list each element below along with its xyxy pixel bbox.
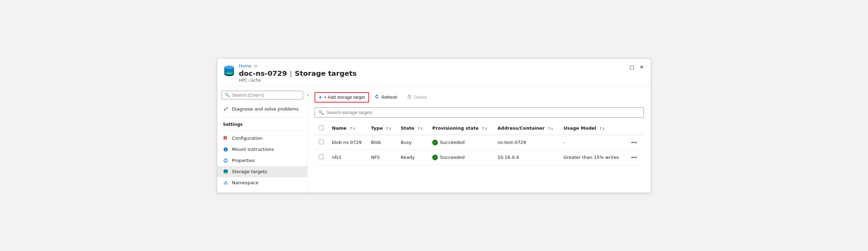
row1-name[interactable]: blob-ns-0729 <box>328 135 367 150</box>
col-provisioning-state[interactable]: Provisioning state ↑↓ <box>428 122 493 135</box>
svg-point-7 <box>225 69 233 72</box>
row1-more-button[interactable]: ••• <box>629 139 639 146</box>
row1-provisioning: Succeeded <box>428 135 493 150</box>
type-sort-icon[interactable]: ↑↓ <box>386 127 392 130</box>
sidebar-item-diagnose-label: Diagnose and solve problems <box>232 106 299 112</box>
sidebar-item-storage-targets[interactable]: Storage targets <box>217 166 307 177</box>
svg-point-16 <box>225 159 226 160</box>
add-storage-target-label: + Add storage target <box>324 95 365 100</box>
window-title: doc-ns-0729 | Storage targets <box>239 69 645 78</box>
delete-label: Delete <box>414 95 427 100</box>
col-actions <box>625 122 644 135</box>
row1-address: ns-test-0729 <box>493 135 559 150</box>
col-name[interactable]: Name ↑↓ <box>328 122 367 135</box>
svg-rect-11 <box>225 136 227 138</box>
row2-more-cell: ••• <box>625 150 644 165</box>
storage-targets-table: Name ↑↓ Type ↑↓ State ↑↓ Provisioning <box>315 122 644 165</box>
breadcrumb-home[interactable]: Home <box>239 64 251 68</box>
body: 🔍 « Diagnose and solve problems Settings <box>217 87 651 193</box>
sidebar-collapse-button[interactable]: « <box>304 91 311 98</box>
col-usage-label: Usage Model <box>564 126 596 131</box>
namespace-icon <box>223 180 228 186</box>
delete-icon <box>407 94 412 100</box>
delete-button[interactable]: Delete <box>403 92 431 102</box>
sidebar-item-configuration-label: Configuration <box>232 136 262 141</box>
row1-checkbox-cell[interactable] <box>315 135 328 150</box>
storage-search-bar[interactable]: 🔍 <box>315 107 644 118</box>
col-usage-model[interactable]: Usage Model ↑↓ <box>559 122 625 135</box>
sidebar-search-input[interactable] <box>232 92 300 98</box>
plus-icon: + <box>319 94 322 100</box>
select-all-header[interactable] <box>315 122 328 135</box>
svg-point-6 <box>225 66 233 69</box>
settings-section-label: Settings <box>217 119 307 128</box>
refresh-label: Refresh <box>382 95 398 100</box>
row2-type: NFS <box>367 150 397 165</box>
sidebar-item-properties-label: Properties <box>232 158 255 163</box>
col-name-label: Name <box>332 126 347 131</box>
row2-status: Succeeded <box>432 155 489 160</box>
svg-rect-12 <box>225 138 227 139</box>
breadcrumb: Home > <box>239 64 645 68</box>
toolbar: + + Add storage target Refresh <box>315 92 644 103</box>
row2-name[interactable]: nfs1 <box>328 150 367 165</box>
svg-point-23 <box>225 181 226 183</box>
row2-status-dot <box>432 155 438 160</box>
hpc-cache-icon <box>223 64 235 77</box>
col-state[interactable]: State ↑↓ <box>397 122 428 135</box>
col-address[interactable]: Address/Container ↑↓ <box>493 122 559 135</box>
window-controls: □ ✕ <box>628 64 645 71</box>
table-row: nfs1 NFS Ready Succeeded 10.16.0.4 Great… <box>315 150 644 165</box>
col-type[interactable]: Type ↑↓ <box>367 122 397 135</box>
search-icon: 🔍 <box>318 110 324 115</box>
close-button[interactable]: ✕ <box>638 64 645 71</box>
table-header-row: Name ↑↓ Type ↑↓ State ↑↓ Provisioning <box>315 122 644 135</box>
usage-sort-icon[interactable]: ↑↓ <box>599 127 605 130</box>
row2-checkbox-cell[interactable] <box>315 150 328 165</box>
sidebar-search-icon: 🔍 <box>225 92 230 97</box>
row1-status-dot <box>432 140 438 145</box>
sidebar-item-storage-targets-label: Storage targets <box>232 169 267 174</box>
title-text-area: Home > doc-ns-0729 | Storage targets HPC… <box>239 64 645 83</box>
row2-address: 10.16.0.4 <box>493 150 559 165</box>
svg-text:i: i <box>225 148 226 152</box>
maximize-button[interactable]: □ <box>628 64 635 71</box>
row1-more-cell: ••• <box>625 135 644 150</box>
col-type-label: Type <box>371 126 383 131</box>
sidebar-item-configuration[interactable]: Configuration <box>217 133 307 144</box>
row2-more-button[interactable]: ••• <box>629 154 639 161</box>
main-window: Home > doc-ns-0729 | Storage targets HPC… <box>217 58 651 193</box>
row2-checkbox[interactable] <box>319 154 324 159</box>
title-divider: | <box>290 69 292 78</box>
main-content: + + Add storage target Refresh <box>308 87 651 193</box>
sidebar-item-namespace-label: Namespace <box>232 180 259 185</box>
name-sort-icon[interactable]: ↑↓ <box>350 127 356 130</box>
select-all-checkbox[interactable] <box>319 125 324 130</box>
svg-line-27 <box>226 183 227 184</box>
address-sort-icon[interactable]: ↑↓ <box>548 127 553 130</box>
row2-state: Ready <box>397 150 428 165</box>
add-storage-target-button[interactable]: + + Add storage target <box>315 92 369 103</box>
breadcrumb-separator: > <box>254 64 257 68</box>
sidebar-item-properties[interactable]: Properties <box>217 155 307 166</box>
provisioning-sort-icon[interactable]: ↑↓ <box>482 127 487 130</box>
sidebar-item-namespace[interactable]: Namespace <box>217 177 307 188</box>
row1-usage-model: - <box>559 135 625 150</box>
sidebar-item-mount-instructions[interactable]: i Mount instructions <box>217 144 307 155</box>
sidebar-search-box[interactable]: 🔍 <box>222 91 303 99</box>
info-icon: i <box>223 147 228 152</box>
nav-divider-after-settings <box>217 130 307 131</box>
svg-point-22 <box>224 172 228 173</box>
refresh-icon <box>375 94 379 100</box>
row1-type: Blob <box>367 135 397 150</box>
storage-search-input[interactable] <box>327 110 640 115</box>
refresh-button[interactable]: Refresh <box>370 92 402 102</box>
row2-status-label: Succeeded <box>440 155 465 160</box>
sidebar-item-diagnose[interactable]: Diagnose and solve problems <box>217 104 307 115</box>
col-address-label: Address/Container <box>498 126 545 131</box>
config-icon <box>223 136 228 141</box>
row2-provisioning: Succeeded <box>428 150 493 165</box>
row1-checkbox[interactable] <box>319 139 324 144</box>
state-sort-icon[interactable]: ↑↓ <box>417 127 423 130</box>
row1-state: Busy <box>397 135 428 150</box>
